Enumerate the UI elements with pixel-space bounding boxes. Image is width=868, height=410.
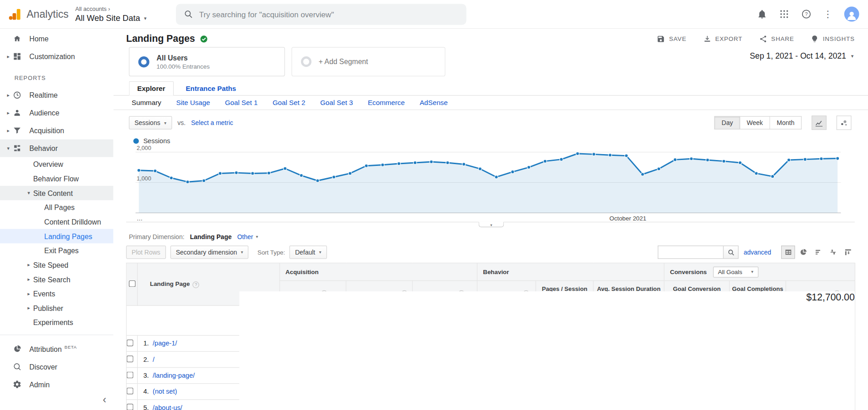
help-icon[interactable]: ? [801, 9, 812, 19]
percentage-view-button[interactable] [796, 245, 810, 259]
sidebar-item-home[interactable]: Home [0, 30, 113, 48]
subtab-site-usage[interactable]: Site Usage [176, 99, 210, 107]
sidebar-item-attribution[interactable]: AttributionBETA [0, 340, 113, 358]
granularity-toggle: DayWeekMonth [714, 116, 802, 130]
landing-page-link[interactable]: / [153, 355, 155, 363]
sidebar-item-label: Overview [33, 160, 63, 168]
performance-view-button[interactable] [811, 245, 825, 259]
subtab-goal-set-2[interactable]: Goal Set 2 [272, 99, 305, 107]
segment-all-users[interactable]: All Users 100.00% Entrances [129, 47, 285, 76]
row-checkbox[interactable] [127, 371, 134, 378]
collapse-sidebar-button[interactable]: ‹ [103, 394, 106, 406]
row-checkbox[interactable] [127, 339, 134, 346]
dimension-landing-page[interactable]: Landing Page [190, 233, 232, 240]
select-all-checkbox[interactable] [129, 280, 135, 287]
sidebar-item-exit-pages[interactable]: Exit Pages [0, 243, 113, 258]
global-search[interactable] [176, 4, 467, 25]
granularity-week[interactable]: Week [740, 116, 770, 130]
motion-chart-button[interactable] [837, 115, 852, 130]
dimension-other-dropdown[interactable]: Other ▾ [237, 233, 258, 240]
analytics-logo[interactable]: Analytics [0, 7, 75, 21]
secondary-dimension-button[interactable]: Secondary dimension ▾ [170, 245, 248, 259]
plot-rows-button[interactable]: Plot Rows [126, 245, 166, 259]
apps-grid-icon[interactable] [779, 9, 789, 19]
all-goals-selector[interactable]: All Goals▾ [713, 266, 758, 277]
advanced-filter-link[interactable]: advanced [743, 249, 771, 256]
sidebar-item-all-pages[interactable]: All Pages [0, 200, 113, 215]
table-search-input[interactable] [658, 245, 723, 259]
row-checkbox[interactable] [127, 355, 134, 362]
sidebar-item-site-speed[interactable]: ▸Site Speed [0, 258, 113, 272]
sidebar-item-label: All Pages [44, 203, 75, 211]
landing-page-link[interactable]: /page-1/ [153, 340, 177, 347]
sidebar-item-events[interactable]: ▸Events [0, 286, 113, 301]
collapse-chart-handle[interactable]: ▾ [478, 222, 504, 227]
line-chart-button[interactable] [812, 115, 827, 130]
granularity-month[interactable]: Month [770, 116, 802, 130]
data-table-view-button[interactable] [781, 245, 795, 259]
landing-page-link[interactable]: (not set) [153, 388, 177, 395]
table-search [658, 245, 739, 259]
comparison-view-button[interactable] [826, 245, 840, 259]
sidebar-item-admin[interactable]: Admin [0, 375, 113, 393]
sidebar-item-behavior[interactable]: ▾Behavior [0, 140, 113, 157]
landing-page-link[interactable]: /landing-page/ [153, 372, 195, 380]
export-button[interactable]: EXPORT [703, 35, 743, 43]
tab-entrance-paths[interactable]: Entrance Paths [178, 82, 244, 95]
row-checkbox[interactable] [127, 387, 134, 394]
subtab-adsense[interactable]: AdSense [420, 99, 448, 107]
share-button[interactable]: SHARE [759, 35, 794, 43]
sidebar-item-label: Events [33, 290, 55, 298]
motion-chart-icon [840, 119, 848, 127]
metric-selector[interactable]: Sessions ▾ [129, 116, 172, 130]
row-checkbox[interactable] [127, 404, 134, 410]
sidebar-item-acquisition[interactable]: ▸Acquisition [0, 122, 113, 140]
help-icon[interactable]: ? [193, 281, 200, 288]
save-button[interactable]: SAVE [657, 35, 687, 43]
metric-controls: Sessions ▾ vs. Select a metric DayWeekMo… [129, 115, 851, 130]
sidebar-item-experiments[interactable]: Experiments [0, 315, 113, 330]
chevron-right-icon: ▸ [25, 305, 33, 311]
more-options-icon[interactable]: ⋮ [823, 10, 833, 19]
chevron-down-icon: ▾ [25, 190, 33, 196]
granularity-day[interactable]: Day [714, 116, 740, 130]
chevron-right-icon: ▸ [25, 262, 33, 268]
sidebar-item-label: Admin [29, 380, 50, 388]
primary-dimension-label: Primary Dimension: [129, 233, 184, 240]
date-range-picker[interactable]: Sep 1, 2021 - Oct 14, 2021 ▾ [750, 51, 853, 60]
tab-explorer[interactable]: Explorer [129, 81, 173, 96]
table-toolbar: Plot Rows Secondary dimension ▾ Sort Typ… [126, 245, 854, 260]
sort-type-label: Sort Type: [257, 249, 285, 256]
notifications-bell-icon[interactable] [757, 9, 767, 19]
vs-label: vs. [177, 120, 186, 126]
sidebar-item-content-drilldown[interactable]: Content Drilldown [0, 215, 113, 229]
subtab-goal-set-1[interactable]: Goal Set 1 [225, 99, 258, 107]
subtab-ecommerce[interactable]: Ecommerce [368, 99, 405, 107]
search-input[interactable] [199, 10, 459, 18]
sidebar-item-publisher[interactable]: ▸Publisher [0, 301, 113, 315]
svg-text:?: ? [805, 11, 808, 17]
sidebar-item-customization[interactable]: ▸Customization [0, 48, 113, 65]
insights-button[interactable]: INSIGHTS [811, 35, 855, 43]
account-picker[interactable]: All accounts › All Web Site Data ▾ [75, 5, 169, 23]
user-avatar[interactable] [844, 7, 859, 22]
sidebar-item-discover[interactable]: Discover [0, 358, 113, 375]
sidebar-item-landing-pages[interactable]: Landing Pages [0, 229, 113, 244]
sidebar-item-realtime[interactable]: ▸Realtime [0, 86, 113, 104]
add-segment-button[interactable]: + Add Segment [291, 47, 445, 76]
sort-type-button[interactable]: Default ▾ [290, 245, 327, 259]
sidebar-item-label: Behavior Flow [33, 175, 79, 183]
report-table-wrap: Landing Page?AcquisitionBehaviorConversi… [126, 263, 854, 410]
subtab-summary[interactable]: Summary [132, 99, 161, 107]
select-metric-link[interactable]: Select a metric [191, 120, 233, 126]
landing-page-link[interactable]: /about-us/ [153, 404, 182, 410]
pivot-view-button[interactable] [841, 245, 854, 259]
table-search-button[interactable] [723, 245, 738, 259]
analytics-logo-icon [8, 7, 22, 21]
subtab-goal-set-3[interactable]: Goal Set 3 [320, 99, 353, 107]
sidebar-item-overview[interactable]: Overview [0, 157, 113, 172]
sidebar-item-site-search[interactable]: ▸Site Search [0, 272, 113, 287]
sidebar-item-audience[interactable]: ▸Audience [0, 104, 113, 122]
sidebar-item-site-content[interactable]: ▾Site Content [0, 186, 113, 200]
sidebar-item-behavior-flow[interactable]: Behavior Flow [0, 171, 113, 186]
